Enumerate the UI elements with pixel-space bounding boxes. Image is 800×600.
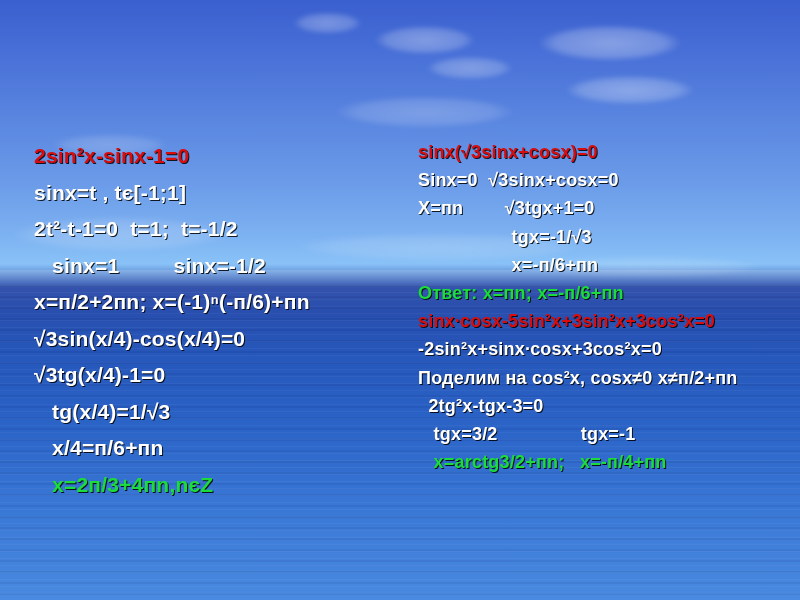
content-columns: 2sin²x-sinx-1=0 sinx=t , tє[-1;1] 2t²-t-… xyxy=(34,138,780,600)
eq-line: x=п/2+2пn; x=(-1)ⁿ(-п/6)+пn xyxy=(34,284,414,321)
cloud xyxy=(280,8,375,38)
eq-answer: x=2п/3+4пn,nєZ xyxy=(34,467,414,504)
eq-line: X=пn √3tgx+1=0 xyxy=(418,194,780,222)
eq-line: √3sin(x/4)-cos(x/4)=0 xyxy=(34,321,414,358)
eq-answer: x=arctg3/2+пn; x=-п/4+пn xyxy=(418,448,780,476)
eq-line: Поделим на cos²x, cosx≠0 x≠п/2+пn xyxy=(418,364,780,392)
eq-line: tg(x/4)=1/√3 xyxy=(34,394,414,431)
cloud xyxy=(540,70,720,110)
eq-line: 2tg²x-tgx-3=0 xyxy=(418,392,780,420)
eq-line: Sinx=0 √3sinx+cosx=0 xyxy=(418,166,780,194)
cloud xyxy=(410,52,530,84)
eq-line: tgx=3/2 tgx=-1 xyxy=(418,420,780,448)
eq-line: -2sin²x+sinx·cosx+3cos²x=0 xyxy=(418,335,780,363)
eq-line: sinx=1 sinx=-1/2 xyxy=(34,248,414,285)
eq-line: sinx(√3sinx+cosx)=0 xyxy=(418,138,780,166)
eq-line: √3tg(x/4)-1=0 xyxy=(34,357,414,394)
eq-line: x/4=п/6+пn xyxy=(34,430,414,467)
slide: 2sin²x-sinx-1=0 sinx=t , tє[-1;1] 2t²-t-… xyxy=(0,0,800,600)
eq-answer: Ответ: x=пn; x=-п/6+пn xyxy=(418,279,780,307)
eq-line: 2sin²x-sinx-1=0 xyxy=(34,138,414,175)
eq-line: sinx·cosx-5sin²x+3sin²x+3cos²x=0 xyxy=(418,307,780,335)
cloud xyxy=(300,90,550,134)
cloud xyxy=(510,18,710,68)
eq-line: sinx=t , tє[-1;1] xyxy=(34,175,414,212)
right-column: sinx(√3sinx+cosx)=0 Sinx=0 √3sinx+cosx=0… xyxy=(414,138,780,600)
cloud xyxy=(355,20,495,60)
left-column: 2sin²x-sinx-1=0 sinx=t , tє[-1;1] 2t²-t-… xyxy=(34,138,414,600)
eq-line: x=-п/6+пn xyxy=(418,251,780,279)
eq-line: 2t²-t-1=0 t=1; t=-1/2 xyxy=(34,211,414,248)
eq-line: tgx=-1/√3 xyxy=(418,223,780,251)
